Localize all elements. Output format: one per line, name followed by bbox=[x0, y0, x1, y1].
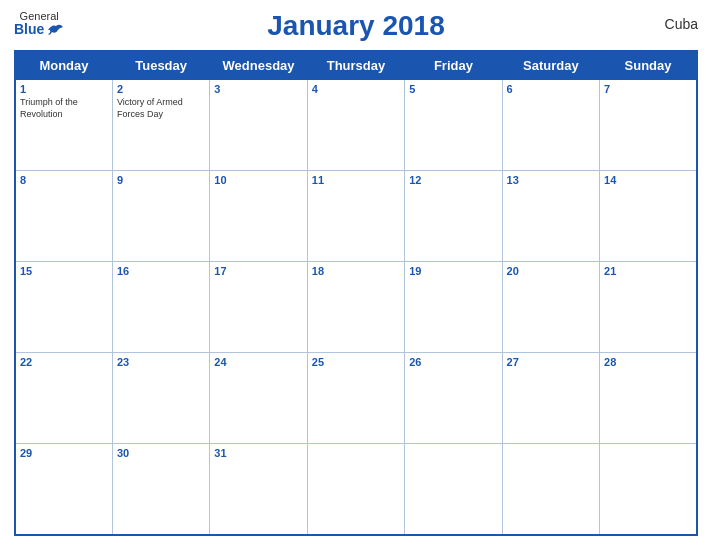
calendar-cell: 29 bbox=[15, 444, 112, 535]
day-number: 15 bbox=[20, 265, 108, 277]
day-number: 7 bbox=[604, 83, 692, 95]
header-thursday: Thursday bbox=[307, 51, 404, 80]
weekday-header-row: Monday Tuesday Wednesday Thursday Friday… bbox=[15, 51, 697, 80]
day-number: 30 bbox=[117, 447, 205, 459]
calendar-cell bbox=[502, 444, 599, 535]
calendar-cell: 20 bbox=[502, 262, 599, 353]
header-saturday: Saturday bbox=[502, 51, 599, 80]
calendar-week-row: 15161718192021 bbox=[15, 262, 697, 353]
logo-bird-icon bbox=[46, 22, 64, 38]
calendar-cell: 1Triumph of the Revolution bbox=[15, 80, 112, 171]
calendar-cell bbox=[600, 444, 697, 535]
day-number: 12 bbox=[409, 174, 497, 186]
calendar-cell: 6 bbox=[502, 80, 599, 171]
day-number: 17 bbox=[214, 265, 302, 277]
day-number: 24 bbox=[214, 356, 302, 368]
calendar-cell: 31 bbox=[210, 444, 307, 535]
day-number: 5 bbox=[409, 83, 497, 95]
day-number: 19 bbox=[409, 265, 497, 277]
calendar-header: General Blue January 2018 Cuba bbox=[14, 10, 698, 42]
day-number: 16 bbox=[117, 265, 205, 277]
logo-area: General Blue bbox=[14, 10, 64, 38]
calendar-cell: 9 bbox=[112, 171, 209, 262]
calendar-cell: 12 bbox=[405, 171, 502, 262]
calendar-cell: 11 bbox=[307, 171, 404, 262]
calendar-cell: 17 bbox=[210, 262, 307, 353]
day-number: 6 bbox=[507, 83, 595, 95]
calendar-cell: 14 bbox=[600, 171, 697, 262]
holiday-label: Triumph of the Revolution bbox=[20, 97, 108, 120]
calendar-cell: 13 bbox=[502, 171, 599, 262]
day-number: 9 bbox=[117, 174, 205, 186]
header-wednesday: Wednesday bbox=[210, 51, 307, 80]
day-number: 8 bbox=[20, 174, 108, 186]
calendar-cell: 7 bbox=[600, 80, 697, 171]
day-number: 28 bbox=[604, 356, 692, 368]
logo-blue-text: Blue bbox=[14, 22, 44, 37]
header-tuesday: Tuesday bbox=[112, 51, 209, 80]
calendar-cell: 27 bbox=[502, 353, 599, 444]
calendar-cell: 3 bbox=[210, 80, 307, 171]
calendar-cell: 4 bbox=[307, 80, 404, 171]
day-number: 11 bbox=[312, 174, 400, 186]
calendar-cell: 8 bbox=[15, 171, 112, 262]
calendar-cell: 19 bbox=[405, 262, 502, 353]
calendar-title: January 2018 bbox=[267, 10, 444, 42]
calendar-cell bbox=[307, 444, 404, 535]
country-label: Cuba bbox=[665, 16, 698, 32]
calendar-wrapper: General Blue January 2018 Cuba Monday Tu… bbox=[0, 0, 712, 550]
calendar-cell: 24 bbox=[210, 353, 307, 444]
day-number: 31 bbox=[214, 447, 302, 459]
holiday-label: Victory of Armed Forces Day bbox=[117, 97, 205, 120]
header-friday: Friday bbox=[405, 51, 502, 80]
calendar-cell: 18 bbox=[307, 262, 404, 353]
day-number: 1 bbox=[20, 83, 108, 95]
day-number: 18 bbox=[312, 265, 400, 277]
day-number: 23 bbox=[117, 356, 205, 368]
day-number: 26 bbox=[409, 356, 497, 368]
day-number: 4 bbox=[312, 83, 400, 95]
header-sunday: Sunday bbox=[600, 51, 697, 80]
day-number: 22 bbox=[20, 356, 108, 368]
calendar-week-row: 293031 bbox=[15, 444, 697, 535]
day-number: 14 bbox=[604, 174, 692, 186]
calendar-cell: 15 bbox=[15, 262, 112, 353]
calendar-cell: 5 bbox=[405, 80, 502, 171]
day-number: 21 bbox=[604, 265, 692, 277]
calendar-cell: 23 bbox=[112, 353, 209, 444]
calendar-cell: 2Victory of Armed Forces Day bbox=[112, 80, 209, 171]
calendar-week-row: 891011121314 bbox=[15, 171, 697, 262]
calendar-cell: 16 bbox=[112, 262, 209, 353]
day-number: 13 bbox=[507, 174, 595, 186]
day-number: 10 bbox=[214, 174, 302, 186]
day-number: 25 bbox=[312, 356, 400, 368]
calendar-cell: 10 bbox=[210, 171, 307, 262]
calendar-cell: 26 bbox=[405, 353, 502, 444]
calendar-cell: 22 bbox=[15, 353, 112, 444]
calendar-cell: 28 bbox=[600, 353, 697, 444]
day-number: 20 bbox=[507, 265, 595, 277]
calendar-table: Monday Tuesday Wednesday Thursday Friday… bbox=[14, 50, 698, 536]
header-monday: Monday bbox=[15, 51, 112, 80]
logo-general-text: General bbox=[20, 10, 59, 22]
day-number: 27 bbox=[507, 356, 595, 368]
calendar-cell bbox=[405, 444, 502, 535]
calendar-cell: 30 bbox=[112, 444, 209, 535]
calendar-week-row: 1Triumph of the Revolution2Victory of Ar… bbox=[15, 80, 697, 171]
day-number: 2 bbox=[117, 83, 205, 95]
day-number: 3 bbox=[214, 83, 302, 95]
day-number: 29 bbox=[20, 447, 108, 459]
calendar-cell: 21 bbox=[600, 262, 697, 353]
calendar-week-row: 22232425262728 bbox=[15, 353, 697, 444]
calendar-cell: 25 bbox=[307, 353, 404, 444]
